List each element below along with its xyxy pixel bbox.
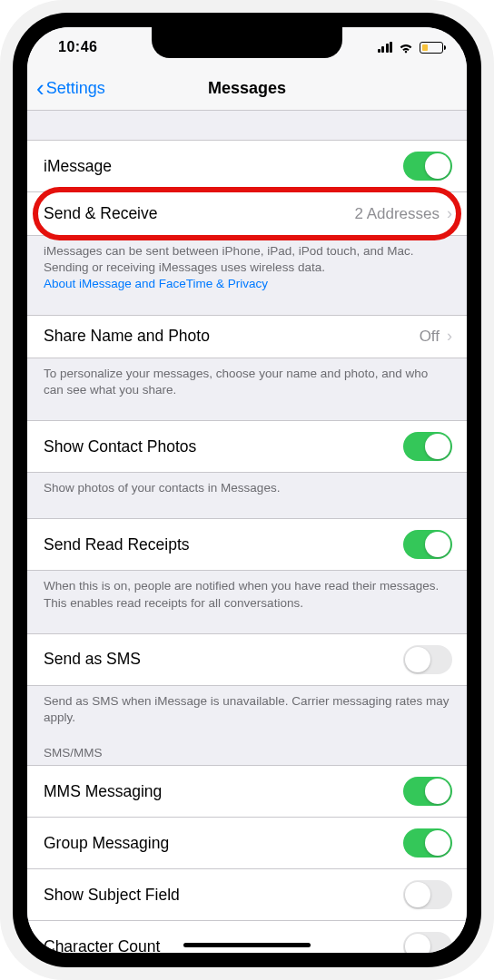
show-contact-photos-footer: Show photos of your contacts in Messages…: [27, 473, 467, 505]
mute-switch: [0, 154, 2, 191]
send-as-sms-cell[interactable]: Send as SMS: [27, 633, 467, 686]
character-count-cell[interactable]: Character Count: [27, 921, 467, 953]
show-subject-field-cell[interactable]: Show Subject Field: [27, 869, 467, 921]
mms-messaging-cell[interactable]: MMS Messaging: [27, 765, 467, 818]
page-title: Messages: [27, 79, 467, 98]
cell-value: Off: [420, 328, 440, 346]
about-imessage-link[interactable]: About iMessage and FaceTime & Privacy: [44, 277, 268, 290]
show-contact-photos-toggle[interactable]: [403, 432, 452, 461]
send-receive-footer: iMessages can be sent between iPhone, iP…: [27, 236, 467, 302]
cell-label: Character Count: [44, 937, 160, 953]
navigation-bar: ‹ Settings Messages: [27, 67, 467, 111]
cell-value: 2 Addresses: [354, 205, 440, 223]
send-receive-cell[interactable]: Send & Receive 2 Addresses ›: [27, 192, 467, 236]
cell-label: Show Contact Photos: [44, 437, 196, 456]
cell-label: Send & Receive: [44, 204, 158, 223]
device-frame: 10:46 ‹ Settings Messages iMes: [0, 0, 494, 980]
status-icons: [378, 41, 444, 54]
cell-label: Send Read Receipts: [44, 535, 190, 554]
share-name-footer: To personalize your messages, choose you…: [27, 358, 467, 407]
character-count-toggle[interactable]: [403, 932, 452, 953]
send-read-receipts-footer: When this is on, people are notified whe…: [27, 571, 467, 620]
volume-down-button: [0, 299, 2, 363]
notch: [152, 27, 342, 58]
send-read-receipts-cell[interactable]: Send Read Receipts: [27, 518, 467, 571]
group-messaging-toggle[interactable]: [403, 828, 452, 858]
sms-mms-header: SMS/MMS: [27, 735, 467, 765]
send-read-receipts-toggle[interactable]: [403, 530, 452, 559]
send-as-sms-toggle[interactable]: [403, 645, 452, 674]
screen: 10:46 ‹ Settings Messages iMes: [27, 27, 467, 953]
home-indicator[interactable]: [183, 943, 311, 947]
cell-label: iMessage: [44, 157, 112, 176]
chevron-right-icon: ›: [447, 204, 452, 223]
chevron-right-icon: ›: [447, 327, 452, 346]
settings-content[interactable]: iMessage Send & Receive 2 Addresses › iM…: [27, 111, 467, 953]
cell-label: Group Messaging: [44, 834, 169, 853]
cell-label: Show Subject Field: [44, 886, 180, 905]
imessage-toggle[interactable]: [403, 152, 452, 181]
status-time: 10:46: [58, 39, 97, 55]
mms-messaging-toggle[interactable]: [403, 777, 452, 806]
wifi-icon: [398, 41, 414, 54]
cell-label: MMS Messaging: [44, 782, 162, 801]
group-messaging-cell[interactable]: Group Messaging: [27, 818, 467, 869]
cell-label: Send as SMS: [44, 650, 141, 669]
cell-label: Share Name and Photo: [44, 327, 210, 346]
show-contact-photos-cell[interactable]: Show Contact Photos: [27, 420, 467, 473]
cellular-signal-icon: [378, 42, 393, 53]
device-bezel: 10:46 ‹ Settings Messages iMes: [13, 13, 481, 967]
volume-up-button: [0, 218, 2, 281]
send-as-sms-footer: Send as SMS when iMessage is unavailable…: [27, 686, 467, 735]
battery-icon: [420, 42, 443, 54]
show-subject-field-toggle[interactable]: [403, 880, 452, 909]
share-name-photo-cell[interactable]: Share Name and Photo Off ›: [27, 315, 467, 358]
imessage-cell[interactable]: iMessage: [27, 140, 467, 192]
